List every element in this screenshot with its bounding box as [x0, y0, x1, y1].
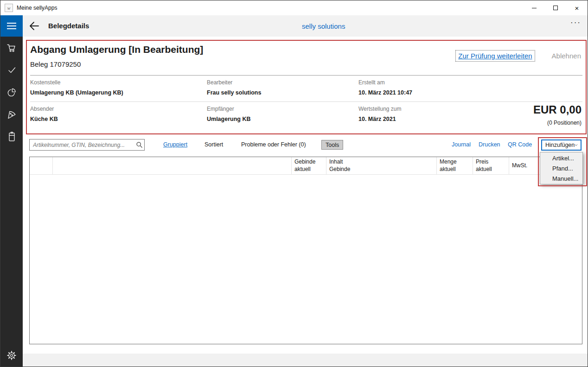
close-icon: × [575, 5, 579, 12]
sorted-toggle[interactable]: Sortiert [205, 141, 223, 148]
search-icon [136, 141, 143, 148]
book-icon [6, 132, 17, 142]
field-erstellt-am: Erstellt am 10. März 2021 10:47 [358, 79, 511, 96]
reject-link[interactable]: Ablehnen [552, 52, 581, 60]
minimize-button[interactable] [524, 0, 545, 15]
check-icon [6, 65, 17, 75]
field-label: Empfänger [207, 106, 360, 112]
hamburger-menu-button[interactable] [0, 15, 23, 37]
menu-item-artikel[interactable]: Artikel... [540, 153, 582, 163]
document-number: Beleg 17079250 [30, 60, 81, 68]
table-header-row: Gebindeaktuell InhaltGebinde Mengeaktuel… [30, 157, 582, 175]
menu-item-manuell[interactable]: Manuell... [540, 173, 582, 184]
menu-item-pfand[interactable]: Pfand... [540, 163, 582, 173]
maximize-button[interactable] [545, 0, 566, 15]
forward-for-review-link[interactable]: Zur Prüfung weiterleiten [455, 50, 535, 62]
close-button[interactable]: × [566, 0, 588, 15]
qr-code-link[interactable]: QR Code [508, 141, 532, 148]
search-input[interactable] [30, 142, 134, 148]
col-header-mwst: MwSt. [509, 157, 539, 174]
col-header-inhalt-gebinde: InhaltGebinde [326, 157, 437, 174]
field-label: Bearbeiter [207, 79, 360, 86]
pie-chart-icon [6, 87, 17, 97]
field-absender: Absender Küche KB [30, 106, 183, 122]
col-header-article [53, 157, 292, 174]
minimize-icon [532, 8, 537, 8]
window-controls: × [524, 0, 588, 15]
field-value: Umlagerung KB [207, 116, 360, 122]
more-button[interactable]: ··· [570, 18, 581, 27]
sidebar [0, 37, 23, 367]
document-title: Abgang Umlagerung [In Bearbeitung] [30, 44, 203, 55]
total-amount: EUR 0,00 [533, 103, 582, 116]
back-button[interactable] [27, 19, 41, 32]
more-icon: ··· [570, 18, 581, 27]
total-positions: (0 Positionen) [547, 120, 582, 126]
sidebar-item-settings[interactable] [0, 344, 23, 367]
col-header-select [30, 157, 53, 174]
maximize-icon [553, 6, 558, 10]
app-logo-icon: w [5, 4, 13, 12]
print-link[interactable]: Drucken [479, 141, 500, 148]
field-label: Wertstellung zum [358, 106, 511, 112]
settings-icon [6, 350, 17, 361]
field-value: 10. März 2021 [358, 116, 511, 122]
field-bearbeiter: Bearbeiter Frau selly solutions [207, 79, 360, 96]
divider [30, 101, 582, 102]
back-arrow-icon [28, 20, 40, 32]
document-detail-panel: Abgang Umlagerung [In Bearbeitung] Beleg… [26, 40, 587, 134]
journal-link[interactable]: Journal [452, 141, 471, 148]
field-value: Umlagerung KB (Umlagerung KB) [30, 89, 183, 96]
document-actions: Zur Prüfung weiterleiten Ablehnen [455, 50, 581, 62]
field-value: 10. März 2021 10:47 [358, 89, 511, 96]
search-button[interactable] [134, 141, 144, 148]
sidebar-item-cart[interactable] [0, 37, 23, 59]
grouped-toggle[interactable]: Gruppiert [163, 141, 187, 148]
field-value: Frau selly solutions [207, 89, 360, 96]
title-bar: w Meine sellyApps × [0, 0, 588, 15]
app-window: w Meine sellyApps × Belegdetails selly s… [0, 0, 588, 367]
problems-toggle[interactable]: Probleme oder Fehler (0) [241, 141, 306, 148]
col-header-menge-aktuell: Mengeaktuell [437, 157, 473, 174]
sidebar-item-food[interactable] [0, 103, 23, 126]
field-label: Erstellt am [358, 79, 511, 86]
divider [30, 75, 582, 76]
page-title: Belegdetails [48, 22, 89, 30]
field-label: Absender [30, 106, 183, 112]
col-header-gebinde-aktuell: Gebindeaktuell [292, 157, 326, 174]
positions-table: Gebindeaktuell InhaltGebinde Mengeaktuel… [29, 157, 582, 344]
cart-icon [6, 43, 17, 53]
add-dropdown-button[interactable]: Hinzufügen [541, 139, 582, 151]
add-dropdown-menu: Artikel... Pfand... Manuell... [540, 152, 583, 184]
field-empfaenger: Empfänger Umlagerung KB [207, 106, 360, 122]
sidebar-spacer [0, 148, 23, 344]
hamburger-icon [7, 23, 16, 24]
search-box [29, 139, 145, 151]
field-wertstellung: Wertstellung zum 10. März 2021 [358, 106, 511, 122]
field-kostenstelle: Kostenstelle Umlagerung KB (Umlagerung K… [30, 79, 183, 96]
col-header-preis-aktuell: Preisaktuell [473, 157, 509, 174]
bottom-strip [23, 354, 588, 367]
add-button-label: Hinzufügen [545, 142, 575, 148]
field-value: Küche KB [30, 116, 183, 122]
nav-bar: Belegdetails selly solutions ··· [0, 15, 588, 37]
chevron-down-icon [575, 143, 578, 147]
field-label: Kostenstelle [30, 79, 183, 86]
tools-button[interactable]: Tools [321, 140, 343, 150]
sidebar-item-journal[interactable] [0, 126, 23, 148]
sidebar-item-reports[interactable] [0, 81, 23, 103]
window-title: Meine sellyApps [17, 5, 57, 11]
pizza-slice-icon [6, 109, 17, 120]
sidebar-item-approve[interactable] [0, 59, 23, 81]
app-title: selly solutions [302, 22, 345, 30]
